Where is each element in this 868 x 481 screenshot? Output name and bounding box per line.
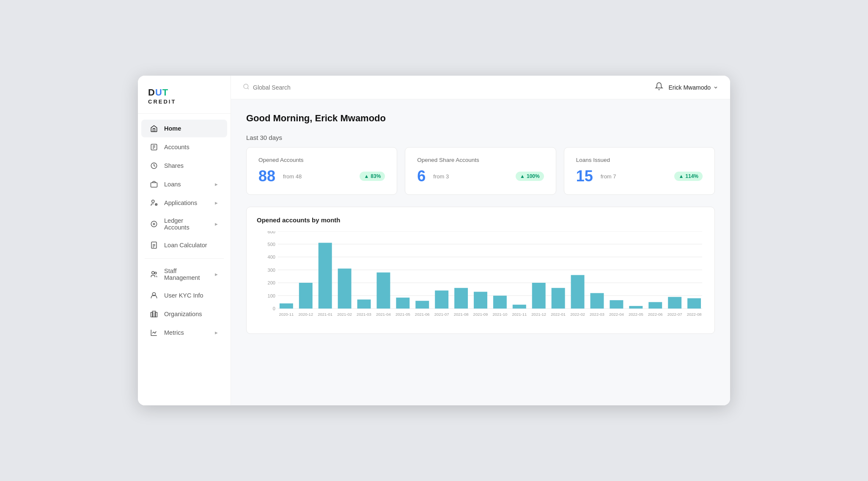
staff-icon [150,270,158,279]
bar-5 [376,273,390,309]
stat-number-share-accounts: 6 [417,167,426,185]
nav: Home Accounts Shares [138,114,231,405]
svg-text:300: 300 [268,268,275,273]
chevron-right-icon: ► [214,221,219,227]
sidebar-item-label-staff: Staff Management [164,268,208,281]
calculator-icon [150,241,158,249]
applications-icon [150,199,158,207]
svg-text:2020-12: 2020-12 [298,312,313,317]
sidebar-item-staff-management[interactable]: Staff Management ► [141,263,227,286]
bar-4 [357,300,371,309]
stat-number-loans-issued: 15 [576,167,593,185]
svg-point-3 [152,200,154,202]
sidebar-item-label-applications: Applications [164,200,197,206]
svg-text:2021-01: 2021-01 [318,312,332,317]
chevron-right-icon: ► [214,330,219,335]
stat-main-loans-issued: 15 from 7 ▲ 114% [576,167,703,185]
stat-badge-opened-accounts: ▲ 83% [360,172,385,181]
search-area [243,83,650,91]
sidebar-item-loan-calculator[interactable]: Loan Calculator [141,236,227,254]
sidebar-item-ledger-accounts[interactable]: Ledger Accounts ► [141,213,227,235]
chart-section: Opened accounts by month [246,207,715,334]
chevron-right-icon: ► [214,272,219,277]
sidebar-item-label-ledger: Ledger Accounts [164,217,208,231]
svg-line-20 [247,88,249,89]
svg-rect-2 [151,183,157,187]
chart-wrap: 600 500 400 300 200 100 0 [257,231,704,324]
metrics-icon [150,328,158,337]
bar-0 [280,303,293,309]
sidebar-item-loans[interactable]: Loans ► [141,175,227,193]
stat-number-opened-accounts: 88 [258,167,275,185]
nav-divider [145,258,224,259]
up-arrow-icon: ▲ [678,173,684,179]
logo-area: DUT CREDIT [138,76,231,114]
header: Erick Mwamodo [231,76,730,99]
svg-text:2021-05: 2021-05 [396,312,410,317]
logo-u: U [155,87,162,98]
sidebar-item-home[interactable]: Home [141,120,227,137]
sidebar-item-label-loan-calculator: Loan Calculator [164,242,207,249]
sidebar-item-organizations[interactable]: Organizations [141,305,227,323]
svg-text:200: 200 [268,280,275,285]
sidebar-item-label-kyc: User KYC Info [164,292,203,299]
sidebar-item-shares[interactable]: Shares [141,157,227,175]
bar-2 [319,243,332,309]
bell-icon[interactable] [655,82,663,93]
sidebar-item-label-loans: Loans [164,181,181,188]
sidebar: DUT CREDIT Home [138,76,231,405]
sidebar-item-label-metrics: Metrics [164,329,184,336]
up-arrow-icon: ▲ [520,173,525,179]
sidebar-item-user-kyc[interactable]: User KYC Info [141,287,227,304]
accounts-icon [150,143,158,151]
stat-badge-loans-issued: ▲ 114% [674,172,703,181]
svg-text:2022-04: 2022-04 [609,312,624,317]
bar-7 [415,301,429,309]
bar-12 [513,305,526,309]
up-arrow-icon: ▲ [364,173,369,179]
bar-6 [396,298,409,309]
svg-point-13 [152,271,154,274]
user-area: Erick Mwamodo [655,82,718,93]
svg-text:2021-03: 2021-03 [357,312,371,317]
ledger-icon [150,220,158,228]
stat-card-opened-accounts: Opened Accounts 88 from 48 ▲ 83% [246,147,397,195]
sidebar-item-accounts[interactable]: Accounts [141,138,227,156]
chevron-right-icon: ► [214,200,219,205]
svg-text:2021-04: 2021-04 [376,312,391,317]
bar-3 [338,268,352,309]
svg-text:2021-09: 2021-09 [473,312,488,317]
stat-from-share-accounts: from 3 [433,173,449,180]
svg-text:2021-12: 2021-12 [531,312,546,317]
page-greeting: Good Morning, Erick Mwamodo [246,113,715,124]
shares-icon [150,161,158,170]
user-name[interactable]: Erick Mwamodo [668,84,718,91]
bar-chart-svg: 600 500 400 300 200 100 0 [257,231,704,324]
svg-text:2021-08: 2021-08 [454,312,469,317]
svg-text:2022-02: 2022-02 [570,312,585,317]
user-icon [150,291,158,300]
svg-text:2021-11: 2021-11 [512,312,527,317]
bar-21 [687,298,701,309]
search-input[interactable] [253,84,650,91]
svg-text:0: 0 [273,306,275,311]
sidebar-item-label-shares: Shares [164,162,184,169]
logo-t: T [162,87,168,98]
logo: DUT CREDIT [148,87,220,105]
svg-text:600: 600 [268,231,275,234]
chevron-right-icon: ► [214,182,219,187]
svg-text:2021-06: 2021-06 [415,312,430,317]
stat-from-loans-issued: from 7 [601,173,616,180]
bar-16 [591,293,604,309]
svg-text:400: 400 [268,254,275,260]
svg-text:2022-05: 2022-05 [629,312,643,317]
svg-text:2022-06: 2022-06 [648,312,663,317]
bar-20 [668,297,681,309]
sidebar-item-applications[interactable]: Applications ► [141,194,227,212]
stat-from-opened-accounts: from 48 [283,173,302,180]
sidebar-item-label-accounts: Accounts [164,144,190,150]
sidebar-item-metrics[interactable]: Metrics ► [141,324,227,342]
search-icon [243,83,250,91]
stat-card-loans-issued: Loans Issued 15 from 7 ▲ 114% [564,147,715,195]
stat-title-opened-accounts: Opened Accounts [258,157,385,163]
